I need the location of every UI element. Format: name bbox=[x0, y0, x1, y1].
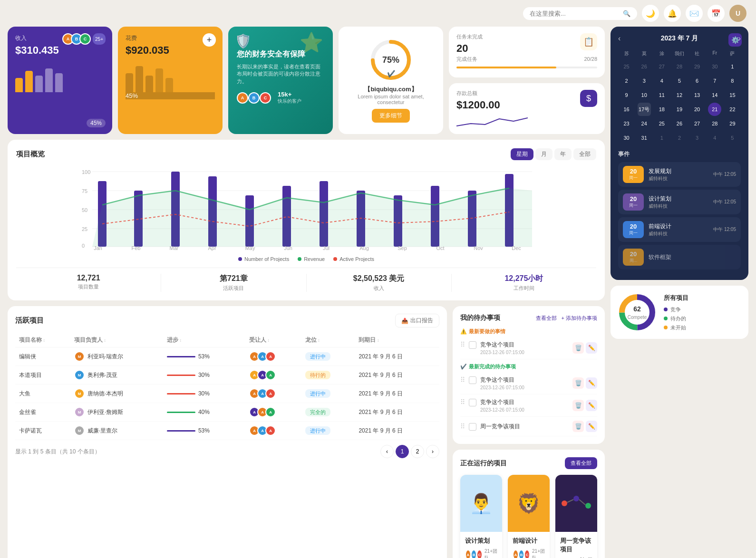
proj-card-1: 👨‍💼 设计策划 A B C 21+团队 bbox=[460, 475, 502, 558]
todo-checkbox-2[interactable] bbox=[469, 376, 476, 384]
cal-day-17[interactable]: 17号 bbox=[638, 103, 651, 116]
event-4-num: 20 bbox=[627, 250, 640, 258]
cal-hdr-th: 社 bbox=[689, 48, 706, 59]
task-icon: 📋 bbox=[580, 33, 597, 50]
cal-day-4n[interactable]: 4 bbox=[708, 131, 721, 144]
cal-day-27p[interactable]: 27 bbox=[655, 60, 669, 73]
cal-day-28p[interactable]: 28 bbox=[673, 60, 686, 73]
cal-day-22[interactable]: 22 bbox=[726, 103, 739, 116]
cal-day-21-today[interactable]: 21 bbox=[708, 103, 721, 116]
ebar-5 bbox=[165, 78, 173, 92]
delete-todo-1[interactable]: 🗑️ bbox=[572, 342, 584, 354]
tab-all[interactable]: 全部 bbox=[573, 148, 596, 160]
cal-day-5n[interactable]: 5 bbox=[726, 131, 739, 144]
edit-todo-4[interactable]: ✏️ bbox=[586, 421, 597, 432]
drag-handle-3[interactable]: ⠿ bbox=[460, 398, 465, 406]
cal-day-30p[interactable]: 30 bbox=[708, 60, 721, 73]
calendar-icon-btn[interactable]: 📅 bbox=[708, 5, 725, 22]
tab-week[interactable]: 星期 bbox=[511, 148, 533, 160]
cal-hdr-su: 苏 bbox=[618, 48, 635, 59]
cal-prev-button[interactable]: ‹ bbox=[618, 34, 620, 43]
cal-day-5[interactable]: 5 bbox=[673, 74, 686, 87]
moon-icon-btn[interactable]: 🌙 bbox=[642, 5, 659, 22]
cal-day-24[interactable]: 24 bbox=[638, 117, 651, 130]
tab-month[interactable]: 月 bbox=[535, 148, 552, 160]
drag-handle-2[interactable]: ⠿ bbox=[460, 376, 465, 384]
search-input[interactable] bbox=[530, 10, 619, 17]
bell-icon-btn[interactable]: 🔔 bbox=[664, 5, 681, 22]
page-2-button[interactable]: 2 bbox=[411, 445, 424, 458]
cal-day-7[interactable]: 7 bbox=[708, 74, 721, 87]
cal-day-29p[interactable]: 29 bbox=[690, 60, 704, 73]
delete-todo-4[interactable]: 🗑️ bbox=[572, 421, 584, 432]
export-button[interactable]: 📤 出口报告 bbox=[395, 314, 439, 327]
todo-item-4: ⠿ 周一竞争该项目 🗑️ ✏️ bbox=[460, 417, 597, 436]
add-expense-button[interactable]: + bbox=[203, 33, 216, 47]
next-page-button[interactable]: › bbox=[426, 445, 439, 458]
cal-day-30[interactable]: 30 bbox=[620, 131, 633, 144]
todo-checkbox-4[interactable] bbox=[469, 423, 476, 431]
cal-day-6[interactable]: 6 bbox=[690, 74, 704, 87]
col-progress[interactable]: 进步 bbox=[163, 333, 245, 347]
add-todo-link[interactable]: + 添加待办事项 bbox=[562, 315, 597, 322]
stat-projects-label: 项目数量 bbox=[21, 283, 156, 290]
cal-day-26[interactable]: 26 bbox=[673, 117, 686, 130]
cal-day-3n[interactable]: 3 bbox=[690, 131, 704, 144]
delete-todo-2[interactable]: 🗑️ bbox=[572, 377, 584, 389]
todo-checkbox-3[interactable] bbox=[469, 399, 476, 406]
cal-day-8[interactable]: 8 bbox=[726, 74, 739, 87]
more-details-button[interactable]: 更多细节 bbox=[372, 109, 410, 123]
cal-day-31[interactable]: 31 bbox=[638, 131, 651, 144]
assignee-av: A bbox=[265, 388, 276, 399]
col-assignee[interactable]: 受让人 bbox=[245, 333, 301, 347]
todo-checkbox-1[interactable] bbox=[469, 341, 476, 349]
cal-day-12[interactable]: 12 bbox=[673, 88, 686, 102]
cal-day-2[interactable]: 2 bbox=[620, 74, 633, 87]
page-1-button[interactable]: 1 bbox=[396, 445, 409, 458]
edit-todo-2[interactable]: ✏️ bbox=[586, 377, 597, 389]
cal-day-18[interactable]: 18 bbox=[655, 103, 669, 116]
cal-day-16[interactable]: 16 bbox=[620, 103, 633, 116]
cal-day-26p[interactable]: 26 bbox=[638, 60, 651, 73]
col-status[interactable]: 龙位 bbox=[301, 333, 355, 347]
search-bar[interactable]: 🔍 bbox=[523, 7, 637, 20]
cal-day-28[interactable]: 28 bbox=[708, 117, 721, 130]
table-row: 卡萨诺瓦 M 威廉·里查尔 53% AAA 进行中 2021 年 9 月 6 日 bbox=[15, 422, 439, 440]
cal-day-25p[interactable]: 25 bbox=[620, 60, 633, 73]
cal-day-23[interactable]: 23 bbox=[620, 117, 633, 130]
todo-date-1: 2023-12-26 07:15:00 bbox=[480, 350, 524, 355]
mail-icon-btn[interactable]: ✉️ bbox=[686, 5, 703, 22]
cal-day-25[interactable]: 25 bbox=[655, 117, 669, 130]
cal-next-button[interactable]: › bbox=[738, 34, 741, 43]
active-projects-card: 活跃项目 📤 出口报告 项目名称 项目负责人 进步 受让人 龙位 bbox=[8, 306, 447, 558]
proj-name-3: 周一竞争该项目 bbox=[560, 537, 592, 554]
edit-todo-3[interactable]: ✏️ bbox=[586, 400, 597, 411]
col-due[interactable]: 到期日 bbox=[355, 333, 439, 347]
cal-day-20[interactable]: 20 bbox=[690, 103, 704, 116]
drag-handle-4[interactable]: ⠿ bbox=[460, 423, 465, 430]
cal-day-3[interactable]: 3 bbox=[638, 74, 651, 87]
delete-todo-3[interactable]: 🗑️ bbox=[572, 400, 584, 411]
cal-day-11[interactable]: 11 bbox=[655, 88, 669, 102]
view-all-link[interactable]: 查看全部 bbox=[536, 315, 557, 322]
cal-day-10[interactable]: 10 bbox=[638, 88, 651, 102]
cal-day-14[interactable]: 14 bbox=[708, 88, 721, 102]
cal-day-27[interactable]: 27 bbox=[690, 117, 704, 130]
col-name[interactable]: 项目名称 bbox=[15, 333, 70, 347]
col-manager[interactable]: 项目负责人 bbox=[70, 333, 163, 347]
user-avatar[interactable]: U bbox=[729, 5, 746, 22]
cal-day-1n[interactable]: 1 bbox=[655, 131, 669, 144]
cal-day-19[interactable]: 19 bbox=[673, 103, 686, 116]
prev-page-button[interactable]: ‹ bbox=[380, 445, 394, 458]
cal-day-2n[interactable]: 2 bbox=[673, 131, 686, 144]
cal-day-13[interactable]: 13 bbox=[690, 88, 704, 102]
cal-day-29[interactable]: 29 bbox=[726, 117, 739, 130]
cal-day-15[interactable]: 15 bbox=[726, 88, 739, 102]
cal-day-4[interactable]: 4 bbox=[655, 74, 669, 87]
view-all-button[interactable]: 查看全部 bbox=[565, 457, 597, 469]
tab-year[interactable]: 年 bbox=[554, 148, 572, 160]
drag-handle-1[interactable]: ⠿ bbox=[460, 341, 465, 348]
cal-day-9[interactable]: 9 bbox=[620, 88, 633, 102]
cal-day-1[interactable]: 1 bbox=[726, 60, 739, 73]
edit-todo-1[interactable]: ✏️ bbox=[586, 342, 597, 354]
